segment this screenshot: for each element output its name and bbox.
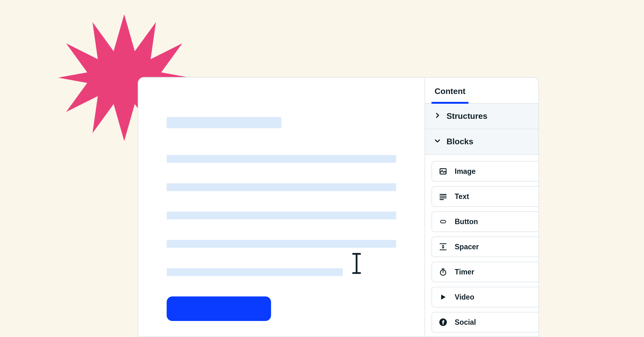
placeholder-line: [167, 212, 396, 219]
placeholder-line: [167, 268, 343, 276]
placeholder-line: [167, 240, 396, 248]
block-item-spacer[interactable]: Spacer: [431, 236, 539, 257]
svg-rect-10: [441, 220, 446, 223]
svg-marker-19: [441, 295, 446, 300]
block-item-text[interactable]: Text: [431, 186, 539, 207]
image-icon: [438, 167, 448, 176]
section-structures[interactable]: Structures: [425, 103, 539, 129]
block-label: Social: [455, 318, 476, 327]
editor-window: Content Structures Blocks: [138, 77, 539, 337]
block-label: Video: [455, 293, 474, 301]
block-item-image[interactable]: Image: [431, 161, 539, 182]
button-pill-icon: [438, 217, 448, 226]
spacer-icon: [438, 242, 448, 251]
block-label: Button: [455, 218, 478, 226]
block-label: Timer: [455, 268, 474, 276]
chevron-right-icon: [434, 111, 441, 121]
block-label: Spacer: [455, 243, 479, 251]
svg-marker-14: [442, 247, 445, 249]
blocks-list: Image Text Button: [425, 155, 539, 333]
placeholder-line: [167, 183, 396, 191]
tab-content[interactable]: Content: [431, 78, 469, 103]
block-item-video[interactable]: Video: [431, 287, 539, 307]
cta-button-placeholder[interactable]: [167, 296, 271, 321]
chevron-down-icon: [434, 137, 441, 146]
sidebar-panel: Content Structures Blocks: [425, 78, 539, 336]
play-icon: [438, 292, 448, 302]
text-lines-icon: [438, 192, 448, 201]
stopwatch-icon: [438, 267, 448, 277]
section-label: Structures: [447, 111, 487, 121]
svg-marker-13: [442, 245, 445, 246]
block-item-social[interactable]: Social: [431, 312, 539, 333]
placeholder-heading: [167, 117, 281, 128]
facebook-icon: [438, 318, 448, 327]
block-item-button[interactable]: Button: [431, 211, 539, 232]
sidebar-tabs: Content: [425, 78, 539, 103]
svg-point-5: [442, 170, 442, 170]
placeholder-line: [167, 155, 396, 163]
block-item-timer[interactable]: Timer: [431, 262, 539, 282]
section-label: Blocks: [447, 137, 473, 146]
text-cursor-icon: [352, 252, 361, 275]
section-blocks[interactable]: Blocks: [425, 129, 539, 155]
block-label: Text: [455, 192, 469, 201]
block-label: Image: [455, 167, 475, 176]
email-canvas[interactable]: [138, 78, 425, 336]
tab-label: Content: [435, 86, 465, 96]
